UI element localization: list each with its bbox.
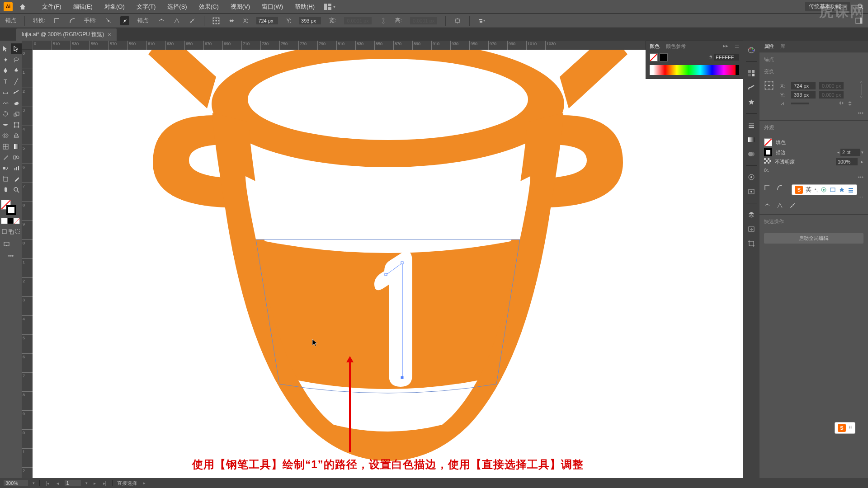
x-input[interactable] (256, 17, 278, 24)
symbol-spray-tool[interactable] (0, 163, 11, 174)
menu-type[interactable]: 文字(T) (131, 0, 162, 14)
graphic-styles-panel-icon[interactable] (746, 187, 756, 197)
remove-anchor-prop[interactable] (764, 202, 770, 209)
brush-tool[interactable] (11, 87, 22, 98)
convert-smooth-prop[interactable] (777, 184, 783, 191)
search-icon[interactable] (857, 3, 864, 10)
blend-tool[interactable] (11, 152, 22, 163)
remove-anchor-icon[interactable] (158, 17, 165, 24)
fill-swatch[interactable] (764, 138, 772, 146)
asset-export-panel-icon[interactable] (746, 224, 756, 234)
menu-edit[interactable]: 编辑(E) (67, 0, 99, 14)
color-tab[interactable]: 颜色 (650, 43, 660, 50)
color-spectrum[interactable] (650, 65, 739, 75)
draw-inside-icon[interactable] (14, 226, 21, 237)
appearance-panel-icon[interactable] (746, 172, 756, 182)
libraries-tab[interactable]: 库 (780, 43, 785, 50)
cp-fill-swatch[interactable] (650, 53, 658, 61)
line-tool[interactable]: ╱ (11, 76, 22, 87)
connect-anchor-prop[interactable] (777, 202, 783, 209)
ruler-vertical[interactable]: 0123456789012345678901234 (22, 50, 33, 478)
hand-tool[interactable] (0, 184, 11, 195)
home-icon[interactable] (18, 2, 27, 11)
ime-float[interactable]: S ⠿ (835, 422, 855, 434)
color-panel-icon[interactable] (746, 45, 756, 55)
stroke-panel-icon[interactable] (746, 120, 756, 130)
handle-show-icon[interactable] (105, 17, 112, 24)
magic-wand-tool[interactable]: ✦ (0, 54, 11, 65)
close-icon[interactable]: × (108, 31, 111, 38)
ime-float-menu[interactable]: ⠿ (849, 425, 852, 431)
perspective-tool[interactable] (11, 130, 22, 141)
nav-last[interactable]: ▸| (102, 481, 108, 486)
brushes-panel-icon[interactable] (746, 83, 756, 93)
menu-select[interactable]: 选择(S) (161, 0, 193, 14)
ime-tool-icon[interactable] (839, 187, 845, 193)
draw-behind-icon[interactable] (8, 226, 14, 237)
artboard-nav-input[interactable] (65, 480, 81, 486)
canvas[interactable]: 0510530550570590610630650670690710730750… (22, 41, 743, 478)
zoom-dropdown[interactable]: ▾ (33, 481, 35, 485)
eyedropper-tool[interactable] (0, 152, 11, 163)
y-input[interactable] (299, 17, 321, 24)
ref-point-icon[interactable] (212, 17, 220, 24)
artboard[interactable]: 使用【钢笔工具】绘制“1”的路径，设置白色描边，使用【直接选择工具】调整 (33, 50, 743, 478)
artboard-nav-dropdown[interactable]: ▾ (85, 481, 88, 485)
ime-skin-icon[interactable] (830, 187, 836, 193)
convert-smooth-icon[interactable] (69, 17, 76, 24)
link-xy-icon[interactable]: ⬌ (228, 17, 235, 24)
ime-toolbar[interactable]: S 英 •, (792, 184, 857, 195)
screen-mode-icon[interactable] (1, 239, 12, 249)
rotate-tool[interactable] (0, 108, 11, 119)
stroke-dropdown[interactable]: ▾ (861, 150, 863, 155)
stroke-weight-input[interactable] (840, 149, 860, 156)
stroke-swatch[interactable] (764, 148, 772, 156)
selection-tool[interactable] (0, 43, 11, 54)
prop-x[interactable]: 724 px (791, 82, 816, 89)
type-tool[interactable]: T (0, 76, 11, 87)
status-dropdown[interactable]: ▸ (143, 481, 146, 485)
appearance-more-icon[interactable]: ••• (764, 174, 863, 181)
opacity-input[interactable] (836, 158, 858, 165)
convert-corner-prop[interactable] (764, 184, 770, 191)
fill-stroke-swatch[interactable] (0, 199, 22, 217)
lasso-tool[interactable] (11, 54, 22, 65)
hex-input[interactable] (714, 54, 739, 61)
convert-corner-icon[interactable] (53, 17, 61, 24)
menu-file[interactable]: 文件(F) (36, 0, 67, 14)
direct-select-tool[interactable] (11, 43, 22, 54)
prop-y[interactable]: 393 px (791, 91, 816, 99)
link-wh-prop-icon[interactable] (859, 80, 863, 99)
flip-h-icon[interactable] (838, 100, 844, 106)
flip-v-icon[interactable] (847, 100, 853, 107)
menu-view[interactable]: 视图(V) (225, 0, 256, 14)
free-transform-tool[interactable] (11, 119, 22, 130)
slice-tool[interactable] (11, 174, 22, 184)
arrange-docs-icon[interactable]: ▾ (324, 4, 335, 10)
menu-help[interactable]: 帮助(H) (289, 0, 321, 14)
color-chip-black[interactable] (7, 218, 14, 224)
menu-object[interactable]: 对象(O) (99, 0, 131, 14)
workspace-switcher[interactable]: 传统基本功能▾ (805, 2, 850, 11)
draw-normal-icon[interactable] (1, 226, 8, 237)
connect-anchor-icon[interactable] (173, 17, 180, 24)
edit-toolbar-icon[interactable]: ••• (0, 253, 22, 259)
zoom-input[interactable] (4, 480, 28, 486)
stroke-decrement[interactable]: ◂ (837, 150, 840, 155)
panel-toggle-icon[interactable] (855, 17, 863, 24)
color-chip-none[interactable] (14, 218, 20, 224)
nav-next[interactable]: ▸ (92, 481, 97, 486)
shaper-tool[interactable] (0, 98, 11, 108)
nav-prev[interactable]: ◂ (55, 481, 60, 486)
link-wh-icon[interactable] (380, 17, 387, 24)
symbols-panel-icon[interactable] (746, 97, 756, 107)
fx-label[interactable]: fx. (764, 167, 769, 173)
menu-window[interactable]: 窗口(W) (256, 0, 289, 14)
rect-tool[interactable]: ▭ (0, 87, 11, 98)
mesh-tool[interactable] (0, 141, 11, 152)
layers-panel-icon[interactable] (746, 210, 756, 220)
cp-stroke-swatch[interactable] (660, 53, 668, 61)
pen-tool[interactable] (0, 65, 11, 76)
ref-point-grid[interactable] (764, 80, 774, 90)
document-tab[interactable]: lujia.ai* @ 300% (RGB/GPU 预览) × (16, 28, 117, 41)
